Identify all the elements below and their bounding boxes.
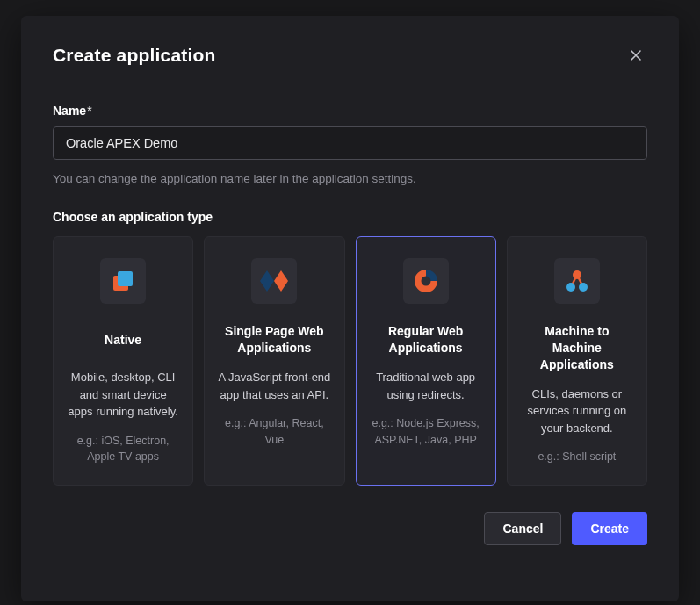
card-example: e.g.: Node.js Express, ASP.NET, Java, PH… (369, 415, 483, 449)
app-type-label: Choose an application type (53, 210, 647, 224)
cancel-button[interactable]: Cancel (484, 512, 561, 545)
svg-point-9 (579, 283, 588, 292)
card-title: Native (105, 323, 141, 357)
regular-web-icon (403, 258, 449, 304)
svg-point-4 (421, 277, 430, 286)
name-input[interactable] (53, 126, 647, 160)
modal-header: Create application (53, 44, 647, 67)
create-application-modal: Create application Name* You can change … (21, 16, 679, 601)
card-desc: Traditional web app using redirects. (369, 369, 483, 403)
spa-icon (251, 258, 297, 304)
create-button[interactable]: Create (572, 512, 647, 545)
svg-marker-2 (260, 270, 274, 292)
card-title: Single Page Web Applications (217, 323, 331, 357)
card-example: e.g.: Shell script (538, 449, 616, 465)
app-type-card-spa[interactable]: Single Page Web Applications A JavaScrip… (204, 236, 344, 486)
close-button[interactable] (624, 44, 647, 67)
card-example: e.g.: Angular, React, Vue (217, 415, 331, 449)
card-example: e.g.: iOS, Electron, Apple TV apps (66, 433, 180, 466)
modal-title: Create application (53, 45, 216, 66)
app-type-card-native[interactable]: Native Mobile, desktop, CLI and smart de… (53, 236, 193, 486)
svg-rect-1 (118, 271, 133, 286)
name-helper-text: You can change the application name late… (53, 172, 647, 185)
svg-marker-3 (274, 270, 288, 292)
card-desc: A JavaScript front-end app that uses an … (217, 369, 331, 403)
app-type-cards: Native Mobile, desktop, CLI and smart de… (53, 236, 647, 486)
app-type-card-m2m[interactable]: Machine to Machine Applications CLIs, da… (507, 236, 647, 486)
close-icon (631, 50, 641, 61)
card-title: Regular Web Applications (369, 323, 483, 357)
modal-footer: Cancel Create (53, 512, 647, 545)
required-marker: * (87, 104, 91, 118)
card-title: Machine to Machine Applications (520, 323, 634, 373)
card-desc: Mobile, desktop, CLI and smart device ap… (66, 369, 180, 421)
name-label: Name* (53, 104, 647, 118)
card-desc: CLIs, daemons or services running on you… (520, 385, 634, 437)
svg-point-7 (573, 270, 581, 279)
native-icon (100, 258, 146, 304)
svg-point-8 (566, 283, 575, 292)
app-type-card-regular-web[interactable]: Regular Web Applications Traditional web… (356, 236, 496, 486)
m2m-icon (554, 258, 600, 304)
name-label-text: Name (53, 104, 86, 118)
